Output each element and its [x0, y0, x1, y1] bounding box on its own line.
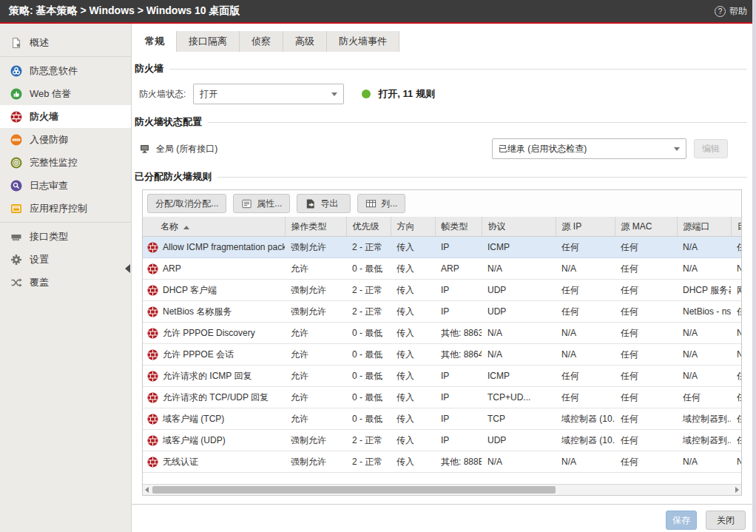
table-cell: 允许请求的 TCP/UDP 回复 [143, 387, 285, 408]
column-header[interactable]: 操作类型 [285, 217, 346, 237]
rule-name: NetBios 名称服务 [163, 306, 232, 318]
table-cell: 任何 [731, 301, 741, 323]
save-button[interactable]: 保存 [666, 511, 697, 530]
table-cell: 0 - 最低 [346, 344, 391, 366]
table-cell: 强制允许 [285, 451, 346, 473]
settings-icon [10, 254, 22, 266]
table-cell: 其他: 888E [435, 451, 482, 473]
rules-toolbar: 分配/取消分配... 属性... 导出 列... [143, 190, 741, 217]
rules-section-title: 已分配防火墙规则 [135, 170, 747, 183]
firewall-rule-icon [147, 306, 158, 317]
table-cell: IP [435, 430, 482, 451]
tab-interface-isolation[interactable]: 接口隔离 [177, 31, 240, 52]
table-cell: 允许 [285, 323, 346, 344]
firewall-state-select[interactable]: 打开 [193, 84, 344, 104]
firewall-rule-icon [147, 242, 158, 253]
table-cell: 允许 PPPOE Discovery [143, 323, 285, 344]
log-inspection-icon [10, 180, 22, 192]
tab-general[interactable]: 常规 [133, 31, 177, 52]
close-button[interactable]: 关闭 [706, 511, 746, 530]
scroll-left-icon[interactable] [145, 487, 149, 493]
table-cell: 其他: 8864 [435, 344, 482, 366]
sidebar-item-application-control[interactable]: 应用程序控制 [0, 197, 131, 220]
horizontal-scrollbar-thumb[interactable] [152, 486, 556, 494]
column-header[interactable]: 方向 [391, 217, 435, 237]
table-cell: IP [435, 366, 482, 387]
sidebar-item-web-reputation[interactable]: Web 信誉 [0, 82, 131, 105]
table-cell: 2 - 正常 [346, 280, 391, 301]
table-cell: N/A [677, 366, 731, 387]
footer-bar: 保存 关闭 [132, 504, 756, 532]
columns-button[interactable]: 列... [357, 194, 405, 213]
tab-firewall-events[interactable]: 防火墙事件 [327, 31, 399, 52]
table-row[interactable]: 允许 PPPOE Discovery允许0 - 最低传入其他: 8863N/AN… [143, 323, 741, 344]
section-rule [217, 177, 747, 178]
table-cell: 任何 [615, 344, 677, 366]
edit-button[interactable]: 编辑 [694, 139, 728, 158]
column-header[interactable]: 帧类型 [435, 217, 482, 237]
page-scrollbar[interactable] [752, 0, 756, 532]
horizontal-scrollbar[interactable] [143, 484, 741, 495]
table-cell: 0 - 最低 [346, 387, 391, 408]
table-cell: 域控制器 (10... [556, 430, 615, 451]
table-row[interactable]: NetBios 名称服务强制允许2 - 正常传入IPUDP任何任何NetBios… [143, 301, 741, 323]
table-row[interactable]: 无线认证强制允许2 - 正常传入其他: 888EN/AN/A任何N/AN/A [143, 451, 741, 473]
table-cell: N/A [482, 344, 556, 366]
sidebar-collapse-icon[interactable] [125, 264, 130, 273]
rule-name: 域客户端 (TCP) [163, 413, 224, 425]
table-cell: 网络 [731, 280, 741, 301]
table-row[interactable]: 域客户端 (TCP)允许0 - 最低传入IPTCP域控制器 (10...任何域控… [143, 408, 741, 430]
firewall-rule-icon [147, 285, 158, 296]
table-cell: 任何 [731, 387, 741, 408]
table-cell: ICMP [482, 237, 556, 258]
sidebar-item-integrity-monitoring[interactable]: 完整性监控 [0, 151, 131, 174]
rules-header-row: 名称操作类型优先级方向帧类型协议源 IP源 MAC源端口目的IP [143, 217, 741, 237]
table-cell: 0 - 最低 [346, 323, 391, 344]
column-header[interactable]: 目的IP [731, 217, 741, 237]
overrides-icon [10, 277, 22, 289]
properties-button[interactable]: 属性... [233, 194, 290, 213]
sidebar-item-intrusion-prevention[interactable]: 入侵防御 [0, 128, 131, 151]
column-header[interactable]: 源端口 [677, 217, 731, 237]
table-row[interactable]: 允许请求的 TCP/UDP 回复允许0 - 最低传入IPTCP+UD...任何任… [143, 387, 741, 408]
table-cell: 任何 [615, 323, 677, 344]
sidebar-item-overview[interactable]: 概述 [0, 31, 131, 54]
scope-label: 全局 (所有接口) [156, 143, 217, 155]
sidebar-item-log-inspection[interactable]: 日志审查 [0, 174, 131, 197]
sidebar-item-firewall[interactable]: 防火墙 [0, 105, 131, 128]
sidebar-item-settings[interactable]: 设置 [0, 248, 131, 271]
export-button[interactable]: 导出 [297, 194, 351, 213]
state-config-select[interactable]: 已继承 (启用状态检查) [492, 138, 686, 159]
column-header[interactable]: 协议 [482, 217, 556, 237]
sort-ascending-icon [183, 226, 189, 229]
table-cell: 2 - 正常 [346, 301, 391, 323]
table-row[interactable]: DHCP 客户端强制允许2 - 正常传入IPUDP任何任何DHCP 服务器...… [143, 280, 741, 301]
tab-reconnaissance[interactable]: 侦察 [240, 31, 283, 52]
table-row[interactable]: 允许 PPPOE 会话允许0 - 最低传入其他: 8864N/AN/A任何N/A… [143, 344, 741, 366]
column-header[interactable]: 名称 [143, 217, 285, 237]
tab-advanced[interactable]: 高级 [283, 31, 327, 52]
table-row[interactable]: 允许请求的 ICMP 回复允许0 - 最低传入IPICMP任何任何N/A任何 [143, 366, 741, 387]
section-rule [169, 69, 747, 70]
table-cell: 任何 [615, 408, 677, 430]
firewall-rule-icon [147, 457, 158, 468]
firewall-rule-icon [147, 349, 158, 360]
firewall-state-value: 打开 [200, 88, 217, 101]
table-cell: N/A [731, 323, 741, 344]
assign-unassign-button[interactable]: 分配/取消分配... [147, 194, 226, 213]
sidebar-item-interface-types[interactable]: 接口类型 [0, 225, 131, 248]
table-row[interactable]: 域客户端 (UDP)强制允许2 - 正常传入IPUDP域控制器 (10...任何… [143, 430, 741, 451]
firewall-status-text: 打开, 11 规则 [378, 87, 435, 101]
table-cell: 2 - 正常 [346, 451, 391, 473]
scroll-right-icon[interactable] [735, 487, 739, 493]
help-button[interactable]: ? 帮助 [715, 5, 747, 18]
table-row[interactable]: Allow ICMP fragmentation pack...强制允许2 - … [143, 237, 741, 258]
table-cell: 0 - 最低 [346, 258, 391, 280]
firewall-icon [10, 111, 22, 123]
sidebar-item-overrides[interactable]: 覆盖 [0, 271, 131, 294]
table-row[interactable]: ARP允许0 - 最低传入ARPN/AN/A任何N/AN/A [143, 258, 741, 280]
column-header[interactable]: 优先级 [346, 217, 391, 237]
column-header[interactable]: 源 MAC [615, 217, 677, 237]
sidebar-item-anti-malware[interactable]: 防恶意软件 [0, 59, 131, 82]
column-header[interactable]: 源 IP [556, 217, 615, 237]
